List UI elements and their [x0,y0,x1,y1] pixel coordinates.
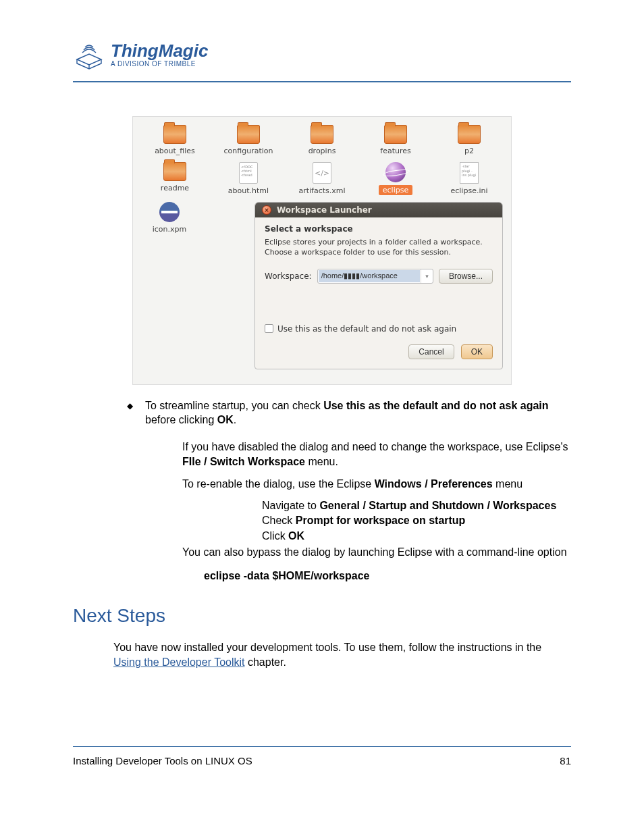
bullet-item: ◆ To streamline startup, you can check U… [127,398,571,427]
html-file-icon: <!DOC <html <head [239,162,258,184]
cancel-button[interactable]: Cancel [408,344,454,359]
ini-file-icon: -star plugi -ins plugi [460,162,479,184]
page-header: ThingMagic A DIVISION OF TRIMBLE [73,41,571,82]
screenshot-eclipse-folder: about_files configuration dropins featur… [132,116,512,385]
folder-icon [311,125,333,144]
command-line: eclipse -data $HOME/workspace [204,570,571,582]
nav-instructions: Navigate to General / Startup and Shutdo… [262,498,571,544]
logo: ThingMagic A DIVISION OF TRIMBLE [73,41,571,76]
dialog-title: Workspace Launcher [277,205,372,215]
next-steps-body: You have now installed your development … [113,640,571,671]
workspace-launcher-dialog: × Workspace Launcher Select a workspace … [254,202,503,369]
workspace-label: Workspace: [265,271,312,281]
folder-icon [163,125,186,144]
folder-icon [384,125,407,144]
folder-icon [458,125,481,144]
ok-button[interactable]: OK [461,344,493,359]
next-steps-heading: Next Steps [73,605,571,627]
bullet-icon: ◆ [127,398,133,427]
paragraph: To re-enable the dialog, use the Eclipse… [182,477,571,492]
toolkit-link[interactable]: Using the Developer Toolkit [113,656,244,668]
paragraph: You can also bypass the dialog by launch… [182,545,571,560]
folder-icon [163,162,186,181]
workspace-combo[interactable]: ▾ [317,269,433,284]
eclipse-app-icon [385,162,406,182]
page-footer: Installing Developer Tools on LINUX OS 8… [73,746,571,766]
page-number: 81 [560,755,571,766]
folder-icon [237,125,260,144]
checkbox-label: Use this as the default and do not ask a… [277,324,456,334]
close-icon[interactable]: × [262,205,271,215]
thingmagic-logo-icon [73,41,105,76]
paragraph: If you have disabled the dialog and need… [182,440,571,470]
dropdown-arrow-icon[interactable]: ▾ [421,269,433,283]
default-checkbox[interactable] [265,324,273,333]
xml-file-icon: </> [313,162,331,184]
logo-sub-text: A DIVISION OF TRIMBLE [111,60,208,68]
footer-title: Installing Developer Tools on LINUX OS [73,755,252,766]
browse-button[interactable]: Browse... [439,269,493,284]
xpm-file-icon [159,202,180,222]
dialog-subtitle: Select a workspace [265,224,493,234]
logo-main-text: ThingMagic [111,41,208,61]
workspace-input[interactable] [319,270,420,282]
